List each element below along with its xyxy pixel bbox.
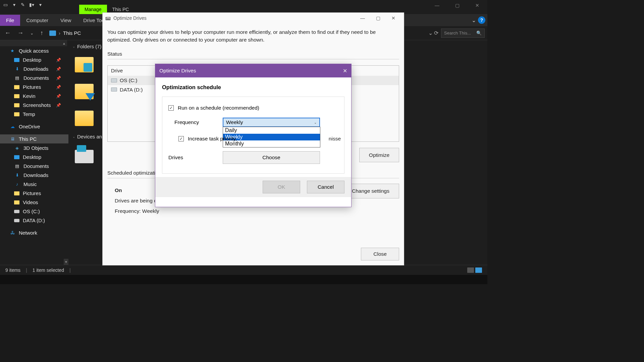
search-icon: 🔍 (476, 31, 482, 36)
od-intro: You can optimize your drives to help you… (107, 28, 399, 44)
music-icon: ♪ (14, 182, 20, 187)
up-button[interactable]: ↑ (38, 29, 45, 37)
sidebar-item-label: DATA (D:) (23, 218, 45, 223)
sidebar-label: OneDrive (19, 124, 40, 129)
sidebar-item-downloads[interactable]: ⬇Downloads📌 (0, 64, 68, 73)
frequency-label: Frequency (168, 119, 219, 125)
view-large-button[interactable] (475, 267, 482, 273)
sidebar-onedrive[interactable]: ☁OneDrive (0, 122, 68, 131)
pictures-icon (14, 85, 19, 89)
sidebar-item-data-d[interactable]: DATA (D:) (0, 216, 68, 225)
desktop-icon (14, 155, 19, 159)
run-schedule-label: Run on a schedule (recommended) (178, 105, 259, 111)
chevron-down-icon: ⌄ (314, 121, 317, 124)
navigation-pane: ▲ ★ Quick access Desktop📌 ⬇Downloads📌 ▤D… (0, 40, 68, 265)
od-close-button[interactable]: ✕ (386, 13, 401, 23)
choose-drives-button[interactable]: Choose (223, 151, 320, 164)
sidebar-item-pictures[interactable]: Pictures📌 (0, 82, 68, 92)
sidebar-item-label: Videos (23, 199, 38, 205)
view-details-button[interactable] (467, 267, 474, 273)
back-button[interactable]: ← (3, 29, 13, 37)
sidebar-item-music[interactable]: ♪Music (0, 180, 68, 189)
sidebar-item-desktop[interactable]: Desktop📌 (0, 55, 68, 64)
qa-icon-2[interactable]: ✎ (19, 1, 26, 8)
sidebar-item-label: Pictures (23, 190, 41, 196)
status-bar: 9 items | 1 item selected | (0, 265, 487, 275)
sidebar-network[interactable]: 🖧Network (0, 228, 68, 237)
drive-os-c[interactable] (72, 145, 96, 165)
sidebar-scroll-up[interactable]: ▲ (0, 40, 67, 46)
sidebar-item-documents[interactable]: ▤Documents📌 (0, 73, 68, 82)
folder-downloads[interactable] (72, 81, 96, 102)
sidebar-item-downloads2[interactable]: ⬇Downloads (0, 171, 68, 180)
ribbon-tab-file[interactable]: File (0, 15, 20, 26)
qa-icon-3[interactable]: ▮▾ (28, 1, 35, 8)
sidebar-item-videos[interactable]: Videos (0, 198, 68, 207)
documents-icon: ▤ (14, 164, 20, 169)
minimize-button[interactable]: — (427, 0, 447, 11)
desktop-icon (14, 58, 19, 62)
pin-icon: 📌 (56, 58, 61, 62)
ribbon-tab-computer[interactable]: Computer (20, 15, 54, 26)
sidebar-item-pictures2[interactable]: Pictures (0, 189, 68, 198)
ok-button[interactable]: OK (263, 181, 300, 193)
address-dropdown-icon[interactable]: ⌄ (428, 30, 433, 36)
sidebar-item-temp[interactable]: Temp (0, 110, 68, 119)
folder-icon (14, 103, 19, 107)
qa-icon-4[interactable]: ▾ (37, 1, 44, 8)
od-minimize-button[interactable]: — (355, 13, 370, 23)
od-sched-freq: Frequency: Weekly (115, 206, 209, 216)
search-input[interactable]: Search This... 🔍 (441, 28, 485, 38)
folder-3dobjects[interactable] (72, 55, 96, 75)
close-button[interactable]: Close (361, 248, 399, 260)
pin-icon: 📌 (56, 103, 61, 108)
sm-heading: Optimization schedule (162, 84, 344, 90)
pictures-icon (14, 191, 19, 195)
sidebar-this-pc[interactable]: 🖥This PC (0, 134, 68, 143)
sidebar-scroll-down[interactable]: ▼ (64, 259, 68, 265)
app-icon: ▭ (2, 1, 9, 8)
od-drive-name: DATA (D:) (120, 86, 143, 94)
address-location: This PC (63, 30, 81, 36)
sidebar-item-desktop2[interactable]: Desktop (0, 153, 68, 162)
recent-button[interactable]: ⌄ (28, 30, 36, 36)
cancel-button[interactable]: Cancel (307, 181, 344, 193)
increase-priority-checkbox[interactable]: ✓ (178, 136, 184, 141)
videos-icon (14, 200, 19, 204)
maximize-button[interactable]: ▢ (447, 0, 467, 11)
sm-titlebar: Optimize Drives ✕ (155, 64, 351, 77)
sidebar-item-3dobjects[interactable]: ◈3D Objects (0, 143, 68, 153)
sidebar-item-label: Desktop (23, 154, 41, 160)
downloads-icon: ⬇ (14, 173, 20, 178)
optimize-button[interactable]: Optimize (359, 148, 399, 162)
downloads-icon: ⬇ (14, 67, 20, 71)
sidebar-item-label: Temp (23, 111, 35, 117)
folder-videos[interactable] (72, 108, 96, 128)
forward-button[interactable]: → (15, 29, 25, 37)
sidebar-item-label: Documents (23, 163, 49, 169)
sm-close-button[interactable]: ✕ (343, 68, 347, 74)
sidebar-item-label: Downloads (23, 66, 48, 72)
od-maximize-button[interactable]: ▢ (370, 13, 386, 23)
network-icon: 🖧 (9, 231, 15, 235)
close-button[interactable]: ✕ (467, 0, 487, 11)
ribbon-tab-view[interactable]: View (54, 15, 77, 26)
qa-icon-1[interactable]: ▾ (11, 1, 17, 8)
sidebar-item-kevin[interactable]: Kevin📌 (0, 92, 68, 101)
ribbon-expand-icon[interactable]: ⌄ (472, 17, 476, 23)
sidebar-item-documents2[interactable]: ▤Documents (0, 162, 68, 171)
sidebar-item-label: Music (23, 181, 37, 187)
sidebar-item-os-c[interactable]: OS (C:) (0, 207, 68, 216)
disk-icon (14, 219, 19, 222)
sidebar-item-screenshots[interactable]: Screenshots📌 (0, 101, 68, 110)
frequency-combobox[interactable]: Weekly ⌄ (223, 118, 320, 127)
refresh-icon[interactable]: ⟳ (434, 30, 438, 36)
help-icon[interactable]: ? (478, 16, 485, 24)
group-label: Folders (7) (77, 44, 102, 49)
folder-icon (14, 94, 19, 98)
sidebar-quick-access[interactable]: ★ Quick access (0, 46, 68, 55)
3d-icon: ◈ (14, 146, 20, 150)
run-schedule-checkbox[interactable]: ✓ (168, 105, 174, 111)
status-selected: 1 item selected (33, 267, 64, 273)
drives-label: Drives (168, 155, 219, 161)
